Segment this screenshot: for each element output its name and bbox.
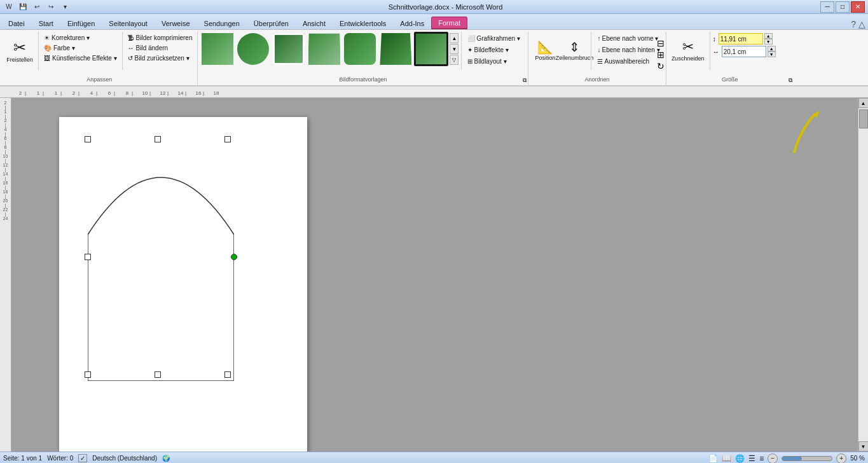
handle-bottom-right[interactable]: [224, 371, 231, 378]
rotate-icon[interactable]: ↻: [657, 61, 665, 71]
farbe-button[interactable]: 🎨 Farbe ▾: [41, 43, 120, 53]
bildeffekte-button[interactable]: ✦ Bildeffekte ▾: [464, 45, 523, 55]
img-style-5[interactable]: [343, 32, 377, 66]
tab-format[interactable]: Format: [431, 17, 467, 29]
view-normal-icon[interactable]: 📄: [708, 454, 718, 463]
minimize-button[interactable]: ─: [820, 1, 834, 13]
zuschneiden-button[interactable]: ✂ Zuschneiden: [669, 32, 707, 69]
scroll-down-btn[interactable]: ▼: [858, 441, 869, 452]
view-draft-icon[interactable]: ≡: [759, 454, 764, 463]
kuenstlerische-effekte-button[interactable]: 🖼 Künstlerische Effekte ▾: [41, 53, 120, 63]
maximize-button[interactable]: □: [836, 1, 850, 13]
language-icon[interactable]: 🌍: [162, 455, 170, 462]
bild-zuruecksetzen-button[interactable]: ↺ Bild zurücksetzen ▾: [125, 53, 195, 63]
height-icon: ↕: [713, 36, 716, 43]
bild-aendern-button[interactable]: ↔ Bild ändern: [125, 43, 195, 53]
tab-datei[interactable]: Datei: [1, 17, 32, 29]
img-style-7-active[interactable]: [414, 32, 448, 66]
zoom-out-btn[interactable]: −: [768, 453, 778, 464]
undo-quick-btn[interactable]: ↩: [31, 1, 43, 13]
tab-einfuegen[interactable]: Einfügen: [60, 17, 102, 29]
grafikrahmen-icon: ⬜: [467, 35, 475, 42]
tab-ansicht[interactable]: Ansicht: [296, 17, 333, 29]
gallery-arrows: ▲ ▼ ▽: [450, 33, 458, 65]
position-icon: 📐: [537, 39, 553, 55]
width-input[interactable]: [722, 46, 766, 57]
freistellen-button[interactable]: ✂ Freistellen: [4, 32, 36, 70]
grafikrahmen-button[interactable]: ⬜ Grafikrahmen ▾: [464, 33, 523, 44]
ebene-vorne-icon: ↑: [597, 35, 600, 42]
spelling-check-icon[interactable]: ✓: [78, 454, 87, 462]
width-up-btn[interactable]: ▲: [768, 46, 776, 52]
handle-top-left[interactable]: [85, 136, 91, 142]
img-style-4[interactable]: [307, 32, 341, 66]
img-style-6[interactable]: [378, 32, 413, 66]
scroll-up-btn[interactable]: ▲: [858, 98, 869, 108]
align-icon[interactable]: ⊟: [657, 38, 665, 48]
tab-seitenlayout[interactable]: Seitenlayout: [102, 17, 155, 29]
anordnen-label: Anordnen: [528, 75, 665, 84]
handle-middle-left[interactable]: [85, 254, 91, 260]
height-up-btn[interactable]: ▲: [764, 33, 773, 39]
ebene-hinten-button[interactable]: ↓ Ebene nach hinten ▾: [594, 45, 663, 55]
view-reading-icon[interactable]: 📖: [722, 454, 731, 463]
ebene-vorne-button[interactable]: ↑ Ebene nach vorne ▾: [594, 33, 663, 44]
separator-5: [710, 32, 710, 70]
group-icon[interactable]: ⊞: [657, 50, 665, 60]
tab-add-ins[interactable]: Add-Ins: [393, 17, 431, 29]
zeilenumbruch-button[interactable]: ⇕ Zeilenumbruch: [560, 32, 588, 69]
zeilenumbruch-icon: ⇕: [569, 39, 580, 55]
view-outline-icon[interactable]: ☰: [748, 454, 755, 463]
ribbon-toggle-icon[interactable]: △: [858, 19, 865, 29]
korrekturen-label: Korrekturen ▾: [52, 34, 90, 41]
tab-ueberpruefen[interactable]: Überprüfen: [247, 17, 296, 29]
handle-bottom-center[interactable]: [155, 371, 161, 378]
bilder-komprimieren-button[interactable]: 🗜 Bilder komprimieren: [125, 33, 195, 43]
kuenstlerische-effekte-label: Künstlerische Effekte ▾: [52, 55, 117, 62]
tab-sendungen[interactable]: Sendungen: [197, 17, 247, 29]
shape-container: [88, 139, 234, 381]
handle-bottom-left[interactable]: [85, 371, 91, 378]
view-web-icon[interactable]: 🌐: [735, 454, 745, 463]
height-input[interactable]: [719, 33, 763, 45]
close-button[interactable]: ✕: [851, 1, 865, 13]
language: Deutsch (Deutschland): [92, 455, 157, 462]
gallery-more-arrow[interactable]: ▽: [450, 55, 458, 65]
img-style-3[interactable]: [272, 32, 306, 66]
customize-quick-btn[interactable]: ▾: [59, 1, 71, 13]
group-position-anordnen: 📐 Position ⇕ Zeilenumbruch ↑ Ebene nach …: [528, 32, 666, 85]
bildlayout-label: Bildlayout ▾: [474, 58, 506, 65]
image-style-gallery: ▲ ▼ ▽: [200, 32, 458, 66]
width-down-btn[interactable]: ▼: [768, 52, 776, 57]
img-style-1[interactable]: [200, 32, 235, 66]
tab-verweise[interactable]: Verweise: [155, 17, 197, 29]
horizontal-ruler: 2 | 1 | 1 | 2 | 4 | 6 | 8 | 10 | 12 | 14…: [0, 86, 868, 98]
auswahlbereich-icon: ☰: [597, 58, 603, 65]
bildeffekte-icon: ✦: [467, 46, 472, 53]
img-style-2[interactable]: [236, 32, 270, 66]
help-icon[interactable]: ?: [851, 19, 856, 29]
tab-start[interactable]: Start: [32, 17, 60, 29]
handle-rotate[interactable]: [231, 254, 237, 260]
bildlayout-button[interactable]: ⊞ Bildlayout ▾: [464, 56, 523, 67]
save-quick-btn[interactable]: 💾: [17, 1, 29, 13]
redo-quick-btn[interactable]: ↪: [45, 1, 57, 13]
ebene-vorne-label: Ebene nach vorne ▾: [602, 35, 658, 42]
handle-top-right[interactable]: [224, 136, 231, 142]
gallery-down-arrow[interactable]: ▼: [450, 44, 458, 54]
vertical-ruler: 2|1| 2|4| 6|8| 10|12| 14|16| 18|20| 22|2…: [0, 98, 11, 452]
korrekturen-button[interactable]: ☀ Korrekturen ▾: [41, 33, 120, 43]
auswahlbereich-button[interactable]: ☰ Auswahlbereich: [594, 56, 663, 67]
height-down-btn[interactable]: ▼: [764, 39, 773, 45]
gallery-up-arrow[interactable]: ▲: [450, 33, 458, 43]
tab-entwicklertools[interactable]: Entwicklertools: [333, 17, 393, 29]
status-right: 📄 📖 🌐 ☰ ≡ − + 50 %: [708, 453, 865, 464]
scroll-thumb[interactable]: [859, 109, 868, 128]
zeilenumbruch-label: Zeilenumbruch: [556, 55, 594, 61]
position-button[interactable]: 📐 Position: [531, 32, 559, 69]
anpassen-col1: ☀ Korrekturen ▾ 🎨 Farbe ▾ 🖼 Künstlerisch…: [41, 32, 120, 63]
ebene-hinten-label: Ebene nach hinten ▾: [602, 46, 659, 53]
zoom-slider[interactable]: [782, 456, 832, 461]
handle-top-center[interactable]: [155, 136, 161, 142]
zoom-in-btn[interactable]: +: [836, 453, 846, 464]
